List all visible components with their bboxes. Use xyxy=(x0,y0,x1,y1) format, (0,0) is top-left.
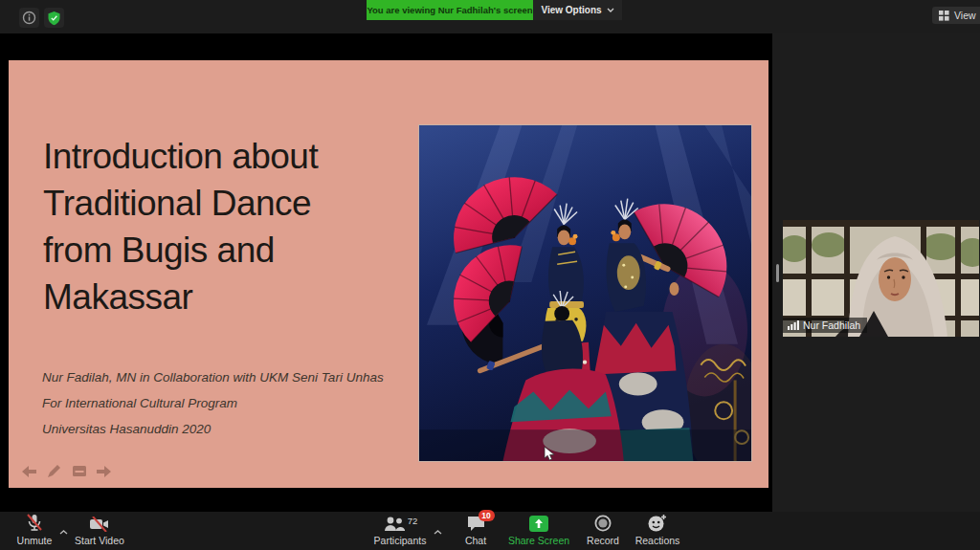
slideshow-controls xyxy=(21,463,112,479)
reactions-label: Reactions xyxy=(635,535,680,546)
participants-label: Participants xyxy=(374,535,427,546)
meeting-toolbar: Unmute Start Video xyxy=(0,512,980,550)
see-all-slides-button[interactable] xyxy=(71,463,87,479)
share-screen-icon xyxy=(529,516,548,532)
encryption-shield-icon[interactable] xyxy=(44,8,64,28)
record-button[interactable]: Record xyxy=(576,515,630,548)
slide-photo-fan-dancers xyxy=(418,124,752,462)
share-screen-label: Share Screen xyxy=(508,535,569,546)
next-slide-button[interactable] xyxy=(96,463,112,479)
mouse-cursor xyxy=(544,447,555,465)
panel-resize-handle[interactable] xyxy=(776,264,779,282)
zoom-meeting-window: You are viewing Nur Fadhilah's screen Vi… xyxy=(0,0,980,550)
slide-subtitle-line: Nur Fadilah, MN in Collaboration with UK… xyxy=(42,370,406,385)
info-icon xyxy=(22,11,36,25)
participants-count: 72 xyxy=(408,516,418,526)
top-bar: You are viewing Nur Fadhilah's screen Vi… xyxy=(0,0,980,33)
unmute-label: Unmute xyxy=(17,535,53,546)
chat-label: Chat xyxy=(465,535,486,546)
slide-subtitle-line: Universitas Hasanuddin 2020 xyxy=(42,422,406,436)
share-screen-button[interactable]: Share Screen xyxy=(501,515,576,548)
connection-bars-icon xyxy=(788,320,799,330)
pen-tool-button[interactable] xyxy=(46,463,62,479)
grid-view-icon xyxy=(939,11,949,21)
view-button-label: View xyxy=(954,10,976,21)
chat-button[interactable]: 10 Chat xyxy=(451,515,501,548)
viewing-banner: You are viewing Nur Fadhilah's screen xyxy=(367,0,533,20)
participants-icon xyxy=(383,517,406,532)
chat-unread-badge: 10 xyxy=(479,510,495,521)
slide-subtitle-line: For International Cultural Program xyxy=(42,396,406,410)
chevron-down-icon xyxy=(607,8,614,12)
camera-muted-icon xyxy=(89,517,110,532)
participant-name: Nur Fadhilah xyxy=(803,319,860,331)
view-options-label: View Options xyxy=(541,5,601,15)
view-button[interactable]: View xyxy=(932,7,980,24)
audio-options-caret[interactable] xyxy=(59,521,68,539)
reactions-button[interactable]: Reactions xyxy=(630,515,685,548)
presentation-slide: Introduction about Traditional Dance fro… xyxy=(9,60,768,488)
start-video-label: Start Video xyxy=(75,535,124,546)
reactions-icon xyxy=(648,515,667,532)
record-label: Record xyxy=(587,535,619,546)
record-icon xyxy=(594,515,612,532)
slide-title: Introduction about Traditional Dance fro… xyxy=(43,133,318,320)
view-options-button[interactable]: View Options xyxy=(533,0,622,20)
participants-button[interactable]: 72 Participants xyxy=(368,515,433,548)
mic-muted-icon xyxy=(25,514,44,532)
unmute-button[interactable]: Unmute xyxy=(10,515,59,548)
participants-options-caret[interactable] xyxy=(434,521,442,539)
video-panel: Nur Fadhilah xyxy=(772,33,980,512)
meeting-info-icon[interactable] xyxy=(19,8,39,28)
start-video-button[interactable]: Start Video xyxy=(69,515,130,548)
participant-name-tag: Nur Fadhilah xyxy=(783,318,867,333)
shield-check-icon xyxy=(47,11,61,26)
participant-video-tile[interactable]: Nur Fadhilah xyxy=(783,220,979,337)
shared-screen-region: Introduction about Traditional Dance fro… xyxy=(0,33,772,512)
previous-slide-button[interactable] xyxy=(21,463,37,479)
